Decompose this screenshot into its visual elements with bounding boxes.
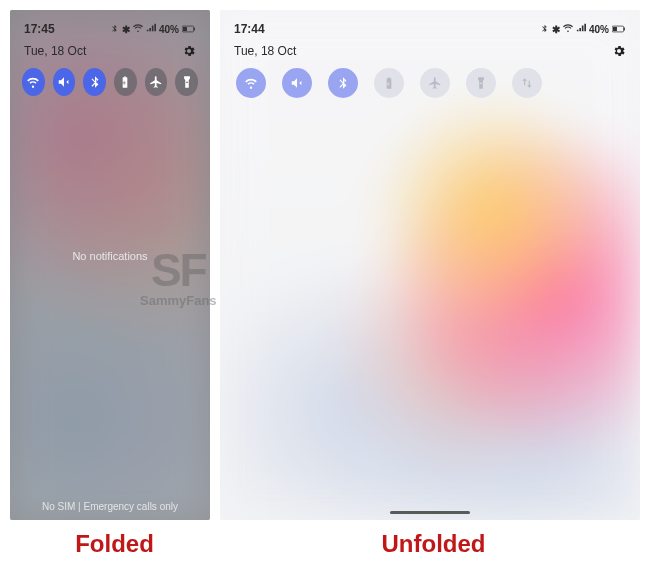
status-bar: 17:45 ✱ 40% bbox=[22, 20, 198, 40]
qs-airplane[interactable] bbox=[420, 68, 450, 98]
battery-text: 40% bbox=[589, 24, 609, 35]
bluetooth-icon bbox=[540, 24, 549, 35]
folded-label: Folded bbox=[15, 530, 215, 558]
battery-text: 40% bbox=[159, 24, 179, 35]
settings-button[interactable] bbox=[612, 44, 626, 58]
qs-battery-saver[interactable] bbox=[374, 68, 404, 98]
clock: 17:44 bbox=[234, 22, 265, 36]
airplane-icon bbox=[149, 75, 163, 89]
vibrate-icon: ✱ bbox=[552, 24, 560, 35]
sim-status-text: No SIM | Emergency calls only bbox=[10, 501, 210, 512]
bluetooth-icon bbox=[88, 75, 102, 89]
qs-data-transfer[interactable] bbox=[512, 68, 542, 98]
wifi-icon bbox=[244, 76, 258, 90]
folded-phone: 17:45 ✱ 40% bbox=[10, 10, 210, 520]
mute-icon bbox=[290, 76, 304, 90]
qs-bluetooth[interactable] bbox=[83, 68, 106, 96]
svg-rect-4 bbox=[613, 26, 617, 30]
gear-icon bbox=[182, 44, 196, 58]
status-bar: 17:44 ✱ 40% bbox=[232, 20, 628, 40]
battery-saver-icon bbox=[382, 76, 396, 90]
svg-rect-5 bbox=[624, 27, 625, 30]
wifi-icon bbox=[133, 23, 143, 35]
mute-icon bbox=[57, 75, 71, 89]
svg-rect-1 bbox=[183, 26, 187, 30]
wifi-icon bbox=[563, 23, 573, 35]
signal-icon bbox=[146, 23, 156, 35]
date-text: Tue, 18 Oct bbox=[234, 44, 296, 58]
wifi-icon bbox=[26, 75, 40, 89]
qs-mute[interactable] bbox=[53, 68, 76, 96]
vibrate-icon: ✱ bbox=[122, 24, 130, 35]
qs-wifi[interactable] bbox=[22, 68, 45, 96]
data-transfer-icon bbox=[520, 76, 534, 90]
qs-airplane[interactable] bbox=[145, 68, 168, 96]
unfolded-phone: 17:44 ✱ 40% bbox=[220, 10, 640, 520]
gear-icon bbox=[612, 44, 626, 58]
status-icons: ✱ 40% bbox=[540, 23, 626, 35]
qs-mute[interactable] bbox=[282, 68, 312, 98]
unfolded-label: Unfolded bbox=[224, 530, 644, 558]
battery-icon bbox=[182, 24, 196, 35]
quick-settings-row bbox=[232, 68, 628, 108]
status-icons: ✱ 40% bbox=[110, 23, 196, 35]
flashlight-icon bbox=[180, 75, 194, 89]
navigation-handle[interactable] bbox=[390, 511, 470, 514]
quick-settings-row bbox=[22, 68, 198, 106]
battery-saver-icon bbox=[118, 75, 132, 89]
bluetooth-icon bbox=[110, 24, 119, 35]
qs-battery-saver[interactable] bbox=[114, 68, 137, 96]
battery-icon bbox=[612, 24, 626, 35]
qs-wifi[interactable] bbox=[236, 68, 266, 98]
airplane-icon bbox=[428, 76, 442, 90]
qs-bluetooth[interactable] bbox=[328, 68, 358, 98]
date-text: Tue, 18 Oct bbox=[24, 44, 86, 58]
no-notifications-text: No notifications bbox=[10, 250, 210, 262]
settings-button[interactable] bbox=[182, 44, 196, 58]
caption-row: Folded Unfolded bbox=[0, 530, 658, 566]
clock: 17:45 bbox=[24, 22, 55, 36]
qs-flashlight[interactable] bbox=[466, 68, 496, 98]
qs-flashlight[interactable] bbox=[175, 68, 198, 96]
flashlight-icon bbox=[474, 76, 488, 90]
signal-icon bbox=[576, 23, 586, 35]
bluetooth-icon bbox=[336, 76, 350, 90]
svg-rect-2 bbox=[194, 27, 195, 30]
